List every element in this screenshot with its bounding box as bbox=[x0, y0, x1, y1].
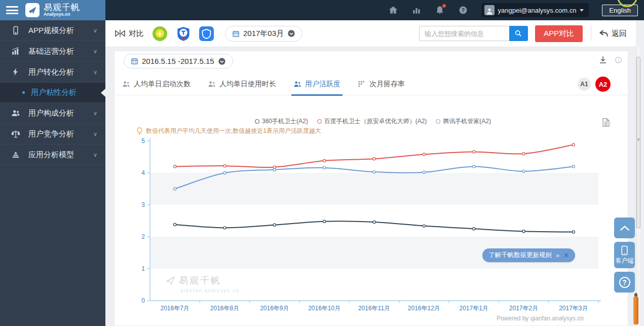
app-compare-button[interactable]: APP对比 bbox=[535, 25, 583, 42]
date-range-value: 2016.5.15 -2017.5.15 bbox=[142, 57, 214, 65]
sidebar-item-analysis-models[interactable]: 应用分析模型 ∨ bbox=[0, 144, 105, 165]
tab-daily-launches[interactable]: 人均单日启动次数 bbox=[122, 73, 191, 95]
search-input[interactable] bbox=[419, 26, 509, 41]
notification-dot bbox=[442, 4, 446, 8]
data-point[interactable] bbox=[423, 153, 425, 156]
date-range-selector[interactable]: 2016.5.15 -2017.5.15 bbox=[124, 54, 233, 68]
data-point[interactable] bbox=[473, 151, 475, 153]
legend-ring-icon bbox=[436, 119, 440, 124]
notifications-bell-icon[interactable] bbox=[435, 5, 445, 15]
sidebar-item-user-composition[interactable]: 用户构成分析 ∨ bbox=[0, 103, 105, 124]
sidebar-item-user-conversion[interactable]: 用户转化分析 ∨ bbox=[0, 62, 105, 83]
scrollbar-thumb[interactable] bbox=[636, 57, 640, 228]
data-point[interactable] bbox=[273, 224, 276, 226]
activity-chart[interactable]: 0123452016年7月2016年8月2016年9月2016年10月2016年… bbox=[140, 136, 606, 316]
phone-icon bbox=[11, 26, 20, 35]
data-point[interactable] bbox=[174, 165, 176, 168]
data-point[interactable] bbox=[423, 171, 425, 173]
help-icon[interactable]: ? bbox=[458, 5, 468, 15]
sidebar-item-user-competition[interactable]: 用户竞争分析 ∨ bbox=[0, 124, 105, 144]
data-point[interactable] bbox=[522, 170, 525, 172]
calendar-icon bbox=[232, 30, 240, 38]
user-email: yangpei@analysys.com.cn bbox=[498, 7, 577, 14]
sidebar-item-app-scale[interactable]: APP规模分析 ∨ bbox=[0, 20, 105, 41]
badge-a1[interactable]: A1 bbox=[578, 78, 591, 91]
tab-next-month-retention[interactable]: 次月留存率 bbox=[358, 73, 405, 95]
data-point[interactable] bbox=[473, 165, 475, 168]
info-icon[interactable] bbox=[615, 56, 622, 64]
chart-note: 数值代表用户平均几天使用一次,数值越接近1表示用户活跃度越大 bbox=[136, 127, 321, 135]
search-icon bbox=[514, 29, 522, 38]
legend-label: 360手机卫士(A2) bbox=[262, 117, 308, 126]
data-point[interactable] bbox=[423, 225, 425, 227]
data-point[interactable] bbox=[572, 143, 575, 146]
data-point[interactable] bbox=[273, 168, 276, 171]
app-icon-baidu-guard[interactable] bbox=[176, 26, 191, 41]
client-label: 客户端 bbox=[616, 257, 634, 265]
help-button[interactable]: ? bbox=[614, 272, 635, 293]
calendar-icon bbox=[131, 57, 138, 65]
chevron-down-icon: ∨ bbox=[93, 152, 97, 158]
data-point[interactable] bbox=[572, 231, 575, 233]
chevron-down-icon: ∨ bbox=[93, 110, 97, 117]
back-to-top-button[interactable] bbox=[614, 218, 635, 238]
stats-icon[interactable] bbox=[411, 5, 422, 15]
update-rules-tooltip[interactable]: 了解千帆数据更新规则 » ✕ bbox=[482, 248, 575, 262]
data-point[interactable] bbox=[174, 188, 176, 190]
data-point[interactable] bbox=[174, 223, 176, 226]
data-point[interactable] bbox=[373, 221, 375, 223]
data-point[interactable] bbox=[323, 159, 326, 162]
app-icon-tencent-manager[interactable] bbox=[199, 26, 214, 41]
chevron-down-icon: ∨ bbox=[93, 27, 97, 34]
search-button[interactable] bbox=[509, 26, 528, 41]
users-icon bbox=[122, 80, 131, 88]
compare-toggle[interactable]: 对比 bbox=[115, 29, 144, 39]
x-tick-label: 2017年2月 bbox=[509, 305, 538, 312]
close-icon[interactable]: ✕ bbox=[563, 251, 569, 259]
data-point[interactable] bbox=[223, 227, 226, 229]
menu-icon[interactable] bbox=[6, 6, 18, 14]
legend-ring-icon bbox=[255, 119, 259, 124]
tab-daily-usage-time[interactable]: 人均单日使用时长 bbox=[208, 73, 276, 95]
data-point[interactable] bbox=[572, 165, 575, 168]
badge-a2[interactable]: A2 bbox=[595, 77, 611, 92]
app-icon-360-guard[interactable]: + bbox=[153, 26, 167, 41]
sidebar-subitem-user-stickiness-active[interactable]: 用户粘性分析 bbox=[0, 83, 105, 103]
legend-item[interactable]: 百度手机卫士（原安卓优化大师）(A2) bbox=[317, 117, 427, 126]
tab-label: 次月留存率 bbox=[369, 80, 405, 89]
download-icon[interactable] bbox=[598, 55, 608, 64]
bullet-dot-icon bbox=[22, 91, 25, 94]
month-selector[interactable]: 2017年03月 bbox=[225, 26, 302, 42]
data-point[interactable] bbox=[223, 165, 226, 167]
home-icon[interactable] bbox=[388, 5, 398, 15]
data-point[interactable] bbox=[323, 220, 326, 223]
legend-item[interactable]: 360手机卫士(A2) bbox=[255, 117, 308, 126]
data-view-icon[interactable] bbox=[602, 118, 610, 127]
data-point[interactable] bbox=[323, 166, 326, 169]
data-point[interactable] bbox=[373, 171, 375, 173]
data-point[interactable] bbox=[373, 158, 375, 160]
data-point[interactable] bbox=[273, 166, 276, 168]
data-point[interactable] bbox=[522, 153, 525, 155]
language-toggle-button[interactable]: English bbox=[602, 5, 638, 16]
analysis-panel: 2016.5.15 -2017.5.15 人均单日启动次数 人均单日使用时长 用… bbox=[114, 51, 628, 326]
brand-logo-icon bbox=[25, 3, 40, 17]
back-button[interactable]: 返回 bbox=[599, 29, 627, 39]
data-point[interactable] bbox=[522, 230, 525, 233]
tab-user-activity[interactable]: 用户活跃度 bbox=[293, 73, 340, 95]
sidebar-item-basic-operation[interactable]: 基础运营分析 ∨ bbox=[0, 41, 105, 62]
data-point[interactable] bbox=[473, 228, 475, 230]
tooltip-more-arrow[interactable]: » bbox=[556, 251, 559, 259]
legend-ring-icon bbox=[317, 119, 322, 124]
data-point[interactable] bbox=[223, 171, 226, 174]
brand-subtitle: Analysys.cn bbox=[44, 12, 80, 17]
back-arrow-icon bbox=[599, 29, 609, 38]
brand-area: 易观千帆 Analysys.cn bbox=[0, 0, 105, 20]
tab-label: 人均单日启动次数 bbox=[134, 80, 191, 89]
user-account-dropdown[interactable]: yangpei@analysys.com.cn bbox=[481, 3, 589, 17]
series-line[interactable] bbox=[175, 145, 574, 168]
x-tick-label: 2016年9月 bbox=[260, 305, 289, 312]
y-tick-label: 2 bbox=[141, 233, 145, 240]
legend-item[interactable]: 腾讯手机管家(A2) bbox=[436, 117, 491, 126]
mobile-client-button[interactable]: 客户端 bbox=[614, 242, 635, 268]
